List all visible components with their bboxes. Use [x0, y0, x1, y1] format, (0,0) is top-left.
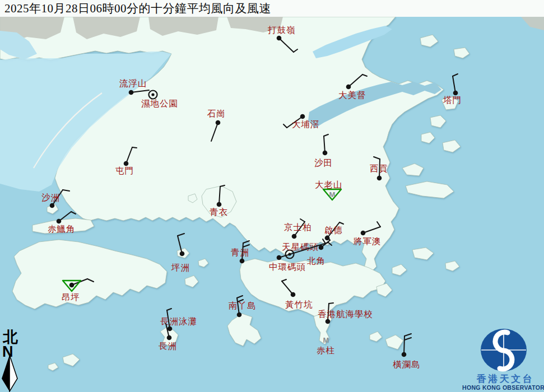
station-dot [129, 90, 134, 95]
station-label: 京士柏 [284, 222, 312, 232]
station-label: 南丫島 [229, 301, 257, 310]
compass-letter-n: N [2, 343, 13, 360]
station-dot [453, 91, 458, 96]
station-label: 屯門 [115, 166, 134, 175]
station-label: 赤柱 [317, 346, 335, 355]
station-label: 青衣 [210, 207, 228, 217]
station-dot [240, 259, 245, 264]
station-dot [180, 251, 185, 256]
station-dot [323, 151, 328, 156]
station-dot [168, 326, 173, 332]
station-dot [402, 352, 407, 357]
station-label: 濕地公園 [141, 99, 178, 108]
station-label: 橫瀾島 [393, 360, 421, 369]
station-dot [237, 312, 242, 318]
station-label: 中環碼頭 [269, 262, 306, 272]
station-dot [292, 234, 297, 239]
wind-barb-line [404, 336, 404, 354]
station-label: 長洲 [159, 341, 177, 351]
station-label: 啟德 [324, 225, 343, 235]
station-label: 大老山 [315, 180, 343, 189]
wind-map-screen: 打鼓嶺流浮山濕地公園大美督塔門石崗大埔滘沙田西貢屯門M大老山沙洲赤鱲角青衣京士柏… [0, 0, 544, 392]
hko-logo-text-en: HONG KONG OBSERVATORY [462, 384, 544, 391]
wind-barb-line [329, 303, 333, 304]
station-dot [69, 283, 75, 288]
station-label: 大美督 [338, 90, 366, 100]
station-label: 石崗 [207, 109, 226, 118]
station-dot [57, 219, 62, 224]
station-label: 流浮山 [119, 78, 147, 88]
station-dot [217, 202, 222, 207]
station-label: 將軍澳 [354, 236, 382, 246]
wind-barb-line [132, 147, 137, 148]
station-label: 沙田 [314, 158, 333, 167]
station-label: 沙洲 [41, 193, 60, 202]
hko-logo-text-cn: 香港天文台 [476, 374, 534, 384]
station-dot [346, 85, 351, 90]
station-dot [277, 36, 282, 41]
station-dot [300, 114, 305, 119]
station-dot [124, 161, 129, 166]
missing-data-m-icon: M [329, 190, 336, 199]
station-dot [167, 335, 172, 340]
station-label: 塔門 [443, 95, 462, 105]
station-dot [319, 245, 324, 250]
calm-symbol-center [151, 93, 154, 96]
station-label: 香港航海學校 [318, 309, 373, 319]
station-label: 黃竹坑 [285, 300, 313, 309]
station-label: 昂坪 [62, 292, 80, 302]
station-dot [50, 203, 55, 208]
station-label: 大埔滘 [292, 119, 320, 129]
station-dot [361, 231, 366, 236]
station-label: 赤鱲角 [48, 224, 76, 234]
station-label: 北角 [307, 256, 326, 265]
station-dot [277, 255, 282, 260]
map-title-bar: 2025年10月28日06時00分的十分鐘平均風向及風速 [0, 0, 544, 17]
station-dot [377, 176, 382, 181]
station-label: 坪洲 [171, 263, 190, 272]
station-label: 西貢 [370, 164, 388, 174]
missing-data-m-icon: M [323, 336, 329, 344]
hong-kong-wind-map: 打鼓嶺流浮山濕地公園大美督塔門石崗大埔滘沙田西貢屯門M大老山沙洲赤鱲角青衣京士柏… [0, 0, 544, 392]
station-dot [216, 120, 221, 125]
map-title: 2025年10月28日06時00分的十分鐘平均風向及風速 [0, 1, 271, 16]
station-label: 打鼓嶺 [267, 25, 296, 35]
station-label: 青洲 [231, 248, 249, 257]
station-dot [291, 292, 296, 297]
station-dot [326, 319, 331, 324]
